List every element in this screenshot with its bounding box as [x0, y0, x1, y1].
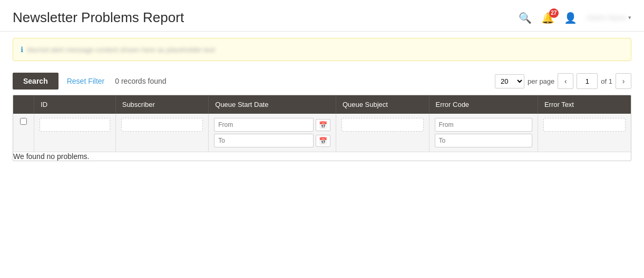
search-icon[interactable]: 🔍 [519, 12, 532, 24]
queue-start-to-wrap: 📅 [214, 134, 330, 147]
page-of-label: of 1 [601, 77, 612, 85]
table-header: ID Subscriber Queue Start Date Queue Sub… [13, 95, 631, 114]
empty-state-message: We found no problems. [13, 152, 631, 161]
table-container: ID Subscriber Queue Start Date Queue Sub… [13, 95, 631, 161]
search-button[interactable]: Search [13, 73, 58, 90]
results-table: ID Subscriber Queue Start Date Queue Sub… [13, 95, 631, 161]
empty-state-row: We found no problems. [13, 152, 631, 161]
filter-row: 📅 📅 [13, 114, 631, 152]
page-wrapper: Newsletter Problems Report 🔍 🔔 27 👤 Admi… [0, 0, 644, 161]
error-code-to-input[interactable] [435, 134, 532, 147]
col-header-queue-subject: Queue Subject [336, 95, 429, 114]
per-page-select: 10 20 50 100 per page [495, 74, 554, 88]
page-number-input[interactable] [577, 73, 598, 89]
filter-queue-subject-input[interactable] [341, 118, 424, 132]
error-code-from-wrap [435, 118, 532, 132]
page-title: Newsletter Problems Report [13, 9, 184, 26]
error-code-from-input[interactable] [435, 118, 532, 132]
table-body: 📅 📅 [13, 114, 631, 161]
header-icons: 🔍 🔔 27 👤 Admin Name ▾ [519, 12, 631, 24]
filter-checkbox-cell [13, 114, 34, 152]
filter-error-text-cell [538, 114, 631, 152]
filter-queue-start-cell: 📅 📅 [209, 114, 336, 152]
filter-subscriber-input[interactable] [121, 118, 203, 132]
queue-start-from-input[interactable] [214, 118, 314, 132]
per-page-label: per page [528, 77, 554, 85]
col-header-error-code: Error Code [429, 95, 538, 114]
col-header-error-text: Error Text [538, 95, 631, 114]
user-dropdown[interactable]: Admin Name ▾ [587, 14, 631, 22]
queue-start-from-calendar-button[interactable]: 📅 [316, 119, 330, 131]
reset-filter-link[interactable]: Reset Filter [67, 77, 105, 85]
notification-badge: 27 [549, 8, 559, 18]
info-icon: ℹ [21, 45, 23, 54]
col-header-checkbox [13, 95, 34, 114]
user-icon: 👤 [564, 12, 577, 24]
error-code-to-wrap [435, 134, 532, 147]
toolbar: Search Reset Filter 0 records found 10 2… [0, 67, 644, 95]
filter-id-input[interactable] [40, 118, 110, 132]
filter-error-code-cell [429, 114, 538, 152]
queue-start-to-input[interactable] [214, 134, 314, 147]
queue-start-from-wrap: 📅 [214, 118, 330, 132]
filter-error-text-input[interactable] [543, 118, 626, 132]
pagination-controls: 10 20 50 100 per page ‹ of 1 › [495, 73, 631, 89]
user-name: Admin Name [587, 14, 626, 22]
header: Newsletter Problems Report 🔍 🔔 27 👤 Admi… [0, 0, 644, 32]
queue-start-to-calendar-button[interactable]: 📅 [316, 135, 330, 147]
notification-button[interactable]: 🔔 27 [541, 12, 554, 24]
col-header-queue-start-date: Queue Start Date [209, 95, 336, 114]
select-all-checkbox[interactable] [20, 118, 27, 125]
chevron-down-icon: ▾ [628, 14, 631, 21]
records-found-label: 0 records found [115, 77, 166, 85]
next-page-button[interactable]: › [616, 73, 631, 89]
prev-page-button[interactable]: ‹ [558, 73, 573, 89]
alert-text: blurred alert message content shown here… [27, 46, 215, 54]
per-page-dropdown[interactable]: 10 20 50 100 [495, 74, 524, 88]
col-header-subscriber: Subscriber [115, 95, 209, 114]
col-header-id: ID [34, 95, 116, 114]
alert-bar: ℹ blurred alert message content shown he… [13, 38, 631, 61]
filter-id-cell [34, 114, 116, 152]
filter-queue-subject-cell [336, 114, 429, 152]
filter-subscriber-cell [115, 114, 209, 152]
